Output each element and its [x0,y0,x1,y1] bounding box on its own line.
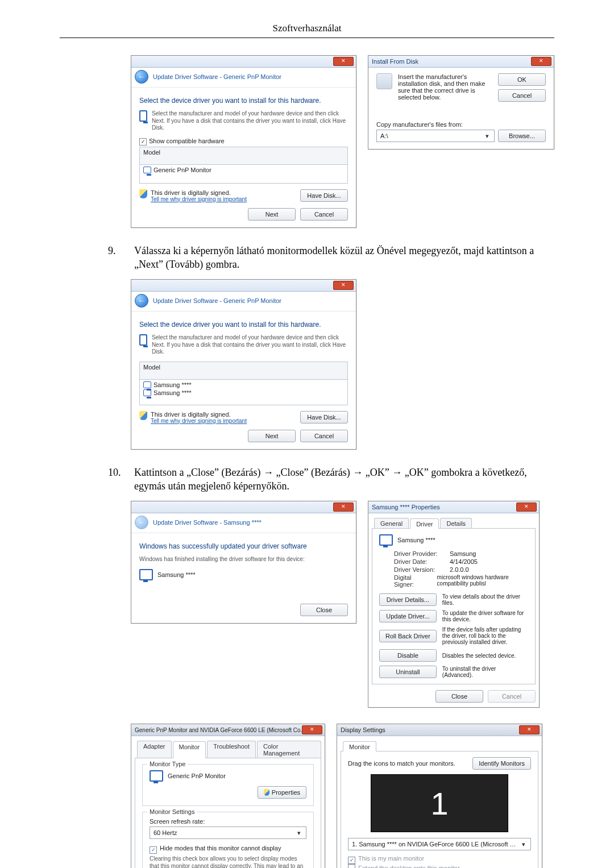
close-icon[interactable]: ✕ [516,502,537,512]
cancel-button: Cancel [488,690,536,703]
window-title: Samsung **** Properties [372,504,440,510]
monitor-icon [143,381,151,388]
have-disk-button[interactable]: Have Disk... [300,189,348,202]
step-number: 9. [108,244,124,272]
monitor-icon [379,534,393,546]
value: 4/14/2005 [450,558,478,565]
screenshots-row-1: ✕ ← Update Driver Software - Generic PnP… [131,55,554,228]
value: 2.0.0.0 [450,566,469,573]
device-name: Samsung **** [157,571,196,578]
uninstall-button[interactable]: Uninstall [379,666,437,678]
screenshots-row-4: Generic PnP Monitor and NVIDIA GeForce 6… [131,724,554,868]
ok-button[interactable]: OK [498,73,546,86]
tab-troubleshoot[interactable]: Troubleshoot [207,741,256,758]
close-icon[interactable]: ✕ [519,725,540,734]
monitor-select[interactable]: 1. Samsung **** on NVIDIA GeForce 6600 L… [348,838,531,850]
model-list[interactable]: Generic PnP Monitor [139,164,348,184]
rollback-driver-button[interactable]: Roll Back Driver [379,630,437,642]
driver-details-button[interactable]: Driver Details... [379,593,437,606]
cancel-button[interactable]: Cancel [498,89,546,102]
button-desc: Disables the selected device. [442,653,528,659]
monitor-icon [143,389,151,396]
disable-button[interactable]: Disable [379,649,437,662]
label: Driver Version: [394,566,444,573]
shield-icon [139,411,147,420]
screenshots-row-3: ✕ ← Update Driver Software - Samsung ***… [131,501,554,708]
value: Samsung [450,550,476,557]
close-button[interactable]: Close [435,690,483,703]
hide-modes-checkbox[interactable]: Hide modes that this monitor cannot disp… [150,845,306,854]
install-from-disk-dialog: Install From Disk ✕ Insert the manufactu… [368,55,554,149]
drag-hint: Drag the icons to match your monitors. [348,760,455,767]
step-text: Kattintson a „Close” (Bezárás) → „Close”… [134,466,554,493]
window-titlebar: Display Settings ✕ [337,724,542,736]
group-legend: Monitor Type [147,761,188,767]
copy-from-input[interactable]: A:\ ▾ [376,130,495,142]
properties-button[interactable]: Properties [258,786,306,799]
tab-driver[interactable]: Driver [410,518,439,529]
chevron-down-icon[interactable]: ▾ [520,841,528,848]
tab-monitor[interactable]: Monitor [343,741,376,751]
monitor-preview[interactable]: 1 [371,774,508,832]
model-list[interactable]: Samsung **** Samsung **** [139,379,348,405]
close-button[interactable]: Close [300,604,348,616]
have-disk-button[interactable]: Have Disk... [300,411,348,423]
window-title: Display Settings [341,726,385,733]
screenshots-row-2: ✕ ← Update Driver Software - Generic PnP… [131,279,554,450]
close-icon[interactable]: ✕ [531,57,551,66]
tab-color-mgmt[interactable]: Color Management [257,741,321,758]
dialog-heading: Select the device driver you want to ins… [139,97,348,105]
copy-from-label: Copy manufacturer's files from: [376,121,546,128]
close-icon[interactable]: ✕ [333,57,354,66]
close-icon[interactable]: ✕ [333,281,354,290]
tab-bar: Monitor [341,741,538,751]
list-item-label: Samsung **** [154,389,192,396]
monitor-icon [150,770,163,782]
group-legend: Monitor Settings [147,808,197,815]
button-desc: To update the driver software for this d… [442,610,528,622]
tab-details[interactable]: Details [440,518,472,528]
why-signing-link[interactable]: Tell me why driver signing is important [151,196,247,202]
identify-monitors-button[interactable]: Identify Monitors [472,757,531,770]
tab-monitor[interactable]: Monitor [173,741,206,758]
show-compatible-checkbox[interactable]: Show compatible hardware [139,138,348,146]
shield-icon [264,789,269,796]
window-title: Install From Disk [372,58,418,65]
dialog-heading: Windows has successfully updated your dr… [139,542,348,550]
browse-button[interactable]: Browse... [498,130,546,142]
window-titlebar: ✕ [131,56,356,68]
value: microsoft windows hardware compatibility… [437,574,528,588]
window-titlebar: Generic PnP Monitor and NVIDIA GeForce 6… [131,724,325,736]
cancel-button[interactable]: Cancel [300,208,348,221]
monitor-properties-dialog: Samsung **** Properties ✕ General Driver… [368,501,540,708]
chevron-down-icon[interactable]: ▾ [483,132,492,140]
button-desc: To view details about the driver files. [442,593,528,606]
refresh-rate-select[interactable]: 60 Hertz ▾ [150,827,306,839]
back-icon[interactable]: ← [135,294,148,308]
list-item[interactable]: Samsung **** [142,389,345,397]
close-icon[interactable]: ✕ [333,502,354,512]
adapter-properties-dialog: Generic PnP Monitor and NVIDIA GeForce 6… [131,724,325,868]
monitor-preview-number: 1 [430,785,448,822]
dialog-subtext: Windows has finished installing the driv… [139,556,348,563]
chevron-down-icon[interactable]: ▾ [294,829,304,837]
label: Driver Date: [394,558,444,565]
window-titlebar: ✕ [131,280,356,292]
tab-adapter[interactable]: Adapter [137,741,172,758]
hide-modes-desc: Clearing this check box allows you to se… [150,855,306,868]
back-icon[interactable]: ← [135,70,148,84]
tab-general[interactable]: General [374,518,409,528]
update-driver-button[interactable]: Update Driver... [379,610,437,622]
close-icon[interactable]: ✕ [302,725,322,734]
display-settings-dialog: Display Settings ✕ Monitor Drag the icon… [337,724,542,868]
next-button[interactable]: Next [248,208,296,221]
list-item[interactable]: Generic PnP Monitor [142,166,345,174]
next-button[interactable]: Next [248,430,296,442]
why-signing-link[interactable]: Tell me why driver signing is important [151,418,247,424]
breadcrumb-bar: ← Update Driver Software - Generic PnP M… [131,292,356,312]
signed-text: This driver is digitally signed. [151,189,247,196]
shield-icon [139,189,147,198]
cancel-button[interactable]: Cancel [300,430,348,442]
tab-bar: Adapter Monitor Troubleshoot Color Manag… [135,741,321,758]
list-item[interactable]: Samsung **** [142,381,345,389]
